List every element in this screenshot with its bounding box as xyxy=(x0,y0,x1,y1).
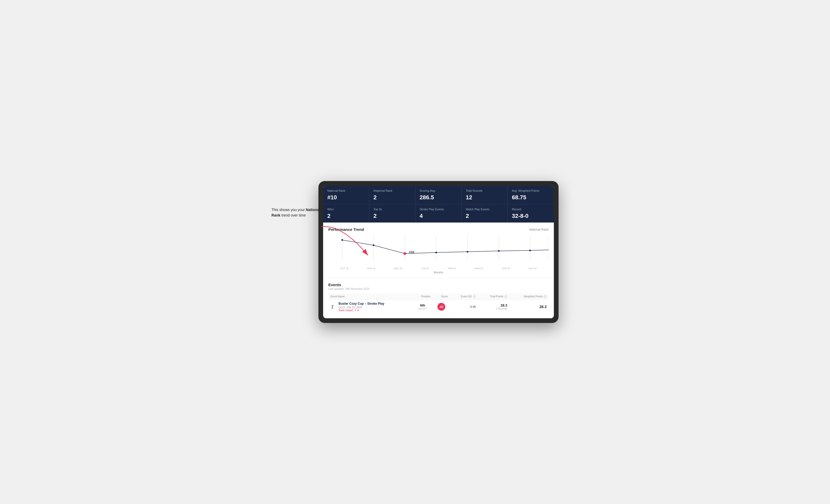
annotation-text: This shows you your National Rank trend … xyxy=(272,207,324,218)
event-position-sub: out of 7 xyxy=(415,307,430,310)
stat-national-rank: National Rank #10 xyxy=(323,186,369,204)
col-total-points: Total Points i xyxy=(478,294,509,300)
svg-point-14 xyxy=(498,250,500,252)
svg-point-9 xyxy=(341,239,343,241)
svg-point-11 xyxy=(404,252,406,255)
stats-row-2: Wins 2 Top 3s 2 Stroke Play Events 4 Mat… xyxy=(323,204,554,223)
event-total-points: 28.3 xyxy=(480,303,507,307)
performance-header: Performance Trend National Rank xyxy=(328,227,549,232)
events-title: Events xyxy=(328,282,549,287)
chart-label-nov23: NOV 23 xyxy=(358,267,385,270)
performance-chart: #10 xyxy=(328,235,549,266)
tablet-screen: National Rank #10 Regional Rank 2 Scorin… xyxy=(323,186,554,318)
stat-regional-rank: Regional Rank 2 xyxy=(369,186,416,204)
stat-scoring-avg: Scoring Avg. 286.5 xyxy=(416,186,462,204)
event-position: 6th xyxy=(415,303,430,307)
events-table-header: Event Name Position Score Event SG xyxy=(328,294,549,300)
event-position-cell: 6th out of 7 xyxy=(413,300,433,314)
stat-total-rounds: Total Rounds 12 xyxy=(461,186,508,204)
col-event-sg: Event SG i xyxy=(450,294,478,300)
event-name-cell: 🏌️ Buster Cozy Cup – Stroke Play Oct 9 -… xyxy=(328,300,413,314)
performance-subtitle: National Rank xyxy=(529,228,549,231)
event-total-rounds: 3 Rounds xyxy=(480,307,507,310)
svg-point-15 xyxy=(529,250,531,251)
col-weighted-points: Weighted Points i xyxy=(509,294,549,300)
event-score-badge: -22 xyxy=(438,303,445,311)
event-total-points-cell: 28.3 3 Rounds xyxy=(478,300,509,314)
event-icon: 🏌️ xyxy=(330,305,337,309)
chart-label-oct23: OCT 23 xyxy=(331,267,358,270)
svg-text:#10: #10 xyxy=(409,250,414,254)
chart-label-apr24: APR 24 xyxy=(492,267,519,270)
chart-label-mar24: MAR 24 xyxy=(466,267,492,270)
stat-wins: Wins 2 xyxy=(323,204,369,223)
performance-section: Performance Trend National Rank xyxy=(323,223,554,278)
chart-label-may24: MAY 24 xyxy=(519,267,546,270)
event-weighted-points-cell: 28.3 xyxy=(509,300,549,314)
stat-avg-weighted-points: Avg. Weighted Points 68.75 xyxy=(508,186,554,204)
chart-x-labels: OCT 23 NOV 23 DEC 23 JAN 24 FEB 24 MAR 2… xyxy=(328,267,549,270)
rank-impact-arrow: ▼ xyxy=(357,309,359,312)
stat-record: Record 32-8-0 xyxy=(508,204,554,223)
chart-label-dec23: DEC 23 xyxy=(385,267,412,270)
table-row: 🏌️ Buster Cozy Cup – Stroke Play Oct 9 -… xyxy=(328,300,549,314)
event-date: Oct 9 - Oct 10, 2023 xyxy=(339,306,384,309)
stats-row-1: National Rank #10 Regional Rank 2 Scorin… xyxy=(323,186,554,204)
chart-svg: #10 xyxy=(328,235,549,266)
total-points-info-icon: i xyxy=(505,295,507,298)
performance-title: Performance Trend xyxy=(328,227,364,232)
event-sg-info-icon: i xyxy=(473,295,476,298)
svg-point-13 xyxy=(467,251,469,253)
events-section: Events Last updated: 24th November 2023 … xyxy=(323,278,554,318)
col-score: Score xyxy=(433,294,450,300)
svg-point-10 xyxy=(373,244,375,246)
svg-point-12 xyxy=(435,252,437,253)
event-weighted-points: 28.3 xyxy=(511,305,547,309)
chart-label-feb24: FEB 24 xyxy=(439,267,466,270)
stat-stroke-play-events: Stroke Play Events 4 xyxy=(416,204,462,223)
chart-label-jan24: JAN 24 xyxy=(412,267,439,270)
col-position: Position xyxy=(413,294,433,300)
event-sg-cell: 0.45 xyxy=(450,300,478,314)
events-table: Event Name Position Score Event SG xyxy=(328,294,549,314)
event-score-cell: -22 xyxy=(433,300,450,314)
tablet-device: National Rank #10 Regional Rank 2 Scorin… xyxy=(318,181,558,323)
screen-content: National Rank #10 Regional Rank 2 Scorin… xyxy=(323,186,554,318)
chart-axis-title: Months xyxy=(328,271,549,274)
stat-top3s: Top 3s 2 xyxy=(369,204,416,223)
stat-match-play-events: Match Play Events 2 xyxy=(461,204,508,223)
weighted-points-info-icon: i xyxy=(544,295,547,298)
event-name: Buster Cozy Cup – Stroke Play xyxy=(339,302,384,305)
event-rank-impact: Rank Impact: 3 ▼ xyxy=(339,309,384,312)
events-last-updated: Last updated: 24th November 2023 xyxy=(328,288,549,290)
page-wrapper: This shows you your National Rank trend … xyxy=(272,181,558,323)
col-event-name: Event Name xyxy=(328,294,413,300)
